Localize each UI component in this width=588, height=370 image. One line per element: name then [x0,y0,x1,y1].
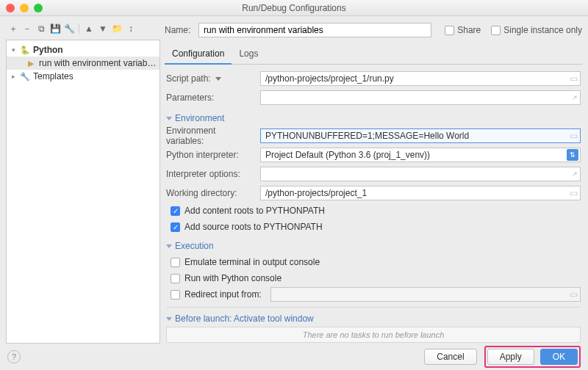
run-debug-window: Run/Debug Configurations ＋ － ⧉ 💾 🔧 ▲ ▼ 📁… [0,0,588,370]
chk-label: Add source roots to PYTHONPATH [184,222,323,232]
expand-icon[interactable]: ↗ [572,170,578,178]
config-tree[interactable]: ▾ 🐍 Python ▶ run with environment variab… [6,40,160,344]
env-vars-input[interactable] [260,128,581,143]
config-panel: Script path: ▭ Parameters: ↗ Environment… [165,65,582,344]
add-source-roots-checkbox[interactable]: ✓Add source roots to PYTHONPATH [166,219,581,235]
share-checkbox[interactable]: Share [445,25,481,35]
tab-configuration[interactable]: Configuration [165,46,232,65]
tree-label: Templates [33,71,157,81]
interpreter-options-label: Interpreter options: [166,169,254,179]
parameters-input[interactable] [260,90,581,105]
before-launch-section[interactable]: Before launch: Activate tool window [166,313,581,324]
tree-label: Python [33,45,157,55]
environment-section[interactable]: Environment [166,113,581,123]
folder-icon[interactable]: ▭ [570,73,578,84]
checkbox-checked-icon: ✓ [171,206,180,216]
script-path-label[interactable]: Script path: [166,73,254,84]
chevron-down-icon: ▾ [10,46,17,54]
tree-label: run with environment variables [39,58,157,68]
highlight-annotation: Apply OK [484,346,581,368]
single-instance-label: Single instance only [503,25,582,35]
add-config-button[interactable]: ＋ [7,23,19,35]
move-up-button[interactable]: ▲ [83,23,95,35]
name-row: Name: Share Single instance only [165,21,582,40]
save-config-button[interactable]: 💾 [49,23,61,35]
zoom-icon[interactable] [34,4,43,12]
expand-icon[interactable]: ↗ [572,94,578,101]
tabs: Configuration Logs [165,46,582,65]
left-column: ＋ － ⧉ 💾 🔧 ▲ ▼ 📁 ↕ ▾ 🐍 Python ▶ r [6,21,160,344]
config-toolbar: ＋ － ⧉ 💾 🔧 ▲ ▼ 📁 ↕ [6,21,160,37]
top-options: Share Single instance only [445,25,582,35]
right-column: Name: Share Single instance only Configu… [165,21,582,344]
parameters-label: Parameters: [166,92,254,103]
traffic-lights [6,4,43,12]
cancel-button[interactable]: Cancel [424,349,476,365]
checkbox-checked-icon: ✓ [171,222,180,232]
copy-config-button[interactable]: ⧉ [35,23,47,35]
help-button[interactable]: ? [7,350,21,363]
edit-defaults-button[interactable]: 🔧 [63,23,75,35]
checkbox-icon [171,274,180,283]
window-title: Run/Debug Configurations [0,3,588,13]
checkbox-icon [491,26,501,35]
redirect-input-field [270,287,581,302]
folder-icon: ▭ [570,289,578,300]
add-content-roots-checkbox[interactable]: ✓Add content roots to PYTHONPATH [166,203,581,219]
working-dir-label: Working directory: [166,188,254,198]
env-vars-label: Environment variables: [166,126,254,146]
wrench-icon: 🔧 [20,72,30,81]
share-label: Share [457,25,481,35]
redirect-input-checkbox[interactable]: Redirect input from: ▭ [166,286,581,302]
name-label: Name: [165,25,193,35]
chk-label: Redirect input from: [184,289,262,300]
checkbox-icon [171,290,180,300]
minimize-icon[interactable] [20,4,29,12]
tree-node-python[interactable]: ▾ 🐍 Python [7,43,159,57]
titlebar: Run/Debug Configurations [0,0,588,16]
single-instance-checkbox[interactable]: Single instance only [491,25,582,35]
name-input[interactable] [198,23,431,37]
emulate-terminal-checkbox[interactable]: Emulate terminal in output console [166,254,581,270]
working-dir-input[interactable] [260,186,581,200]
chk-label: Emulate terminal in output console [184,257,320,267]
folder-icon[interactable]: ▭ [570,188,578,198]
chevron-right-icon: ▸ [10,73,17,80]
dialog-content: ＋ － ⧉ 💾 🔧 ▲ ▼ 📁 ↕ ▾ 🐍 Python ▶ r [0,16,588,344]
interpreter-options-input[interactable] [260,167,581,181]
chk-label: Add content roots to PYTHONPATH [184,206,325,216]
apply-button[interactable]: Apply [487,349,534,365]
before-launch-list[interactable]: There are no tasks to run before launch [166,327,581,343]
separator [166,307,581,308]
tree-node-run-config[interactable]: ▶ run with environment variables [7,57,159,70]
run-python-console-checkbox[interactable]: Run with Python console [166,270,581,286]
tab-logs[interactable]: Logs [232,46,265,64]
checkbox-icon [171,258,180,267]
interpreter-label: Python interpreter: [166,150,254,160]
toolbar-separator [79,23,79,34]
execution-section[interactable]: Execution [166,241,581,251]
dialog-footer: ? Cancel Apply OK [0,344,588,370]
checkbox-icon [445,26,454,35]
ok-button[interactable]: OK [540,349,578,365]
remove-config-button[interactable]: － [21,23,33,35]
interpreter-dropdown[interactable]: Project Default (Python 3.6 (proj_1_venv… [260,148,581,162]
dropdown-caret-icon: ⇅ [567,149,578,161]
chk-label: Run with Python console [184,273,282,283]
folder-button[interactable]: 📁 [111,23,123,35]
tree-node-templates[interactable]: ▸ 🔧 Templates [7,70,159,83]
script-path-input[interactable] [260,71,581,86]
python-icon: 🐍 [20,46,30,55]
browse-icon[interactable]: ▭ [570,131,578,141]
move-down-button[interactable]: ▼ [97,23,109,35]
collapse-button[interactable]: ↕ [125,23,137,35]
run-config-icon: ▶ [26,59,36,68]
interpreter-value: Project Default (Python 3.6 (proj_1_venv… [265,150,430,160]
close-icon[interactable] [6,4,15,12]
